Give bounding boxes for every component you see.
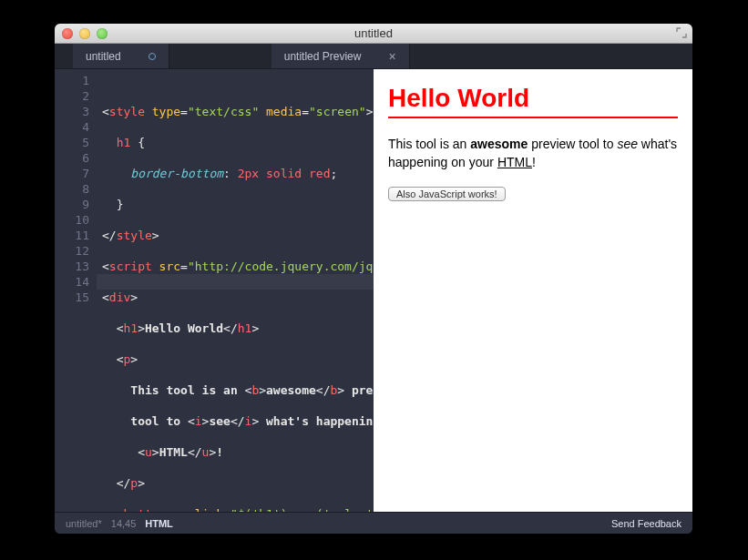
- preview-js-button[interactable]: Also JavaScript works!: [388, 187, 506, 201]
- tab-preview[interactable]: untitled Preview ×: [272, 44, 410, 68]
- dirty-indicator-icon: [149, 53, 156, 60]
- content-area: 1 2 3 4 5 6 7 8 9 10 11 12 13 14 15 <sty…: [55, 69, 692, 512]
- close-tab-icon[interactable]: ×: [388, 50, 395, 63]
- status-language[interactable]: HTML: [145, 518, 173, 529]
- tab-spacer-right: [410, 44, 692, 68]
- line-number-gutter: 1 2 3 4 5 6 7 8 9 10 11 12 13 14 15: [55, 69, 97, 512]
- preview-paragraph: This tool is an awesome preview tool to …: [388, 135, 678, 172]
- traffic-lights: [62, 28, 108, 39]
- tab-editor[interactable]: untitled: [73, 44, 169, 68]
- titlebar[interactable]: untitled: [55, 24, 692, 44]
- close-window-button[interactable]: [62, 28, 73, 39]
- minimize-window-button[interactable]: [79, 28, 90, 39]
- tab-preview-label: untitled Preview: [284, 50, 362, 63]
- tab-spacer: [169, 44, 272, 68]
- current-line-highlight: [97, 274, 374, 290]
- send-feedback-link[interactable]: Send Feedback: [611, 518, 681, 529]
- tab-editor-label: untitled: [86, 50, 121, 63]
- zoom-window-button[interactable]: [97, 28, 108, 39]
- app-window: untitled untitled untitled Preview × 1 2…: [55, 24, 692, 534]
- code-editor[interactable]: 1 2 3 4 5 6 7 8 9 10 11 12 13 14 15 <sty…: [55, 69, 374, 512]
- tab-gutter: [55, 44, 73, 68]
- code-area[interactable]: <style type="text/css" media="screen"> h…: [97, 69, 374, 512]
- fullscreen-icon[interactable]: [676, 27, 687, 38]
- preview-heading: Hello World: [388, 84, 678, 118]
- preview-pane: Hello World This tool is an awesome prev…: [374, 69, 692, 512]
- status-bar: untitled* 14,45 HTML Send Feedback: [55, 512, 692, 534]
- status-filename: untitled*: [66, 518, 102, 529]
- window-title: untitled: [55, 26, 692, 40]
- status-cursor-position: 14,45: [111, 518, 137, 529]
- tab-bar: untitled untitled Preview ×: [55, 44, 692, 69]
